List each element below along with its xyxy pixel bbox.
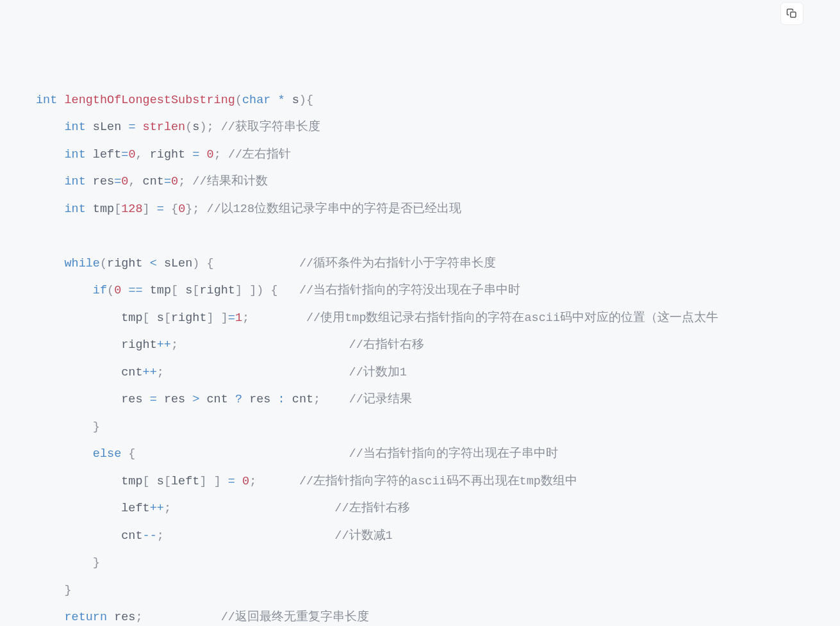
code-block: int lengthOfLongestSubstring(char * s){ …: [0, 0, 840, 626]
svg-rect-0: [791, 12, 796, 17]
copy-icon: [786, 8, 798, 19]
copy-button[interactable]: [781, 3, 803, 24]
code-content: int lengthOfLongestSubstring(char * s){ …: [36, 87, 840, 627]
